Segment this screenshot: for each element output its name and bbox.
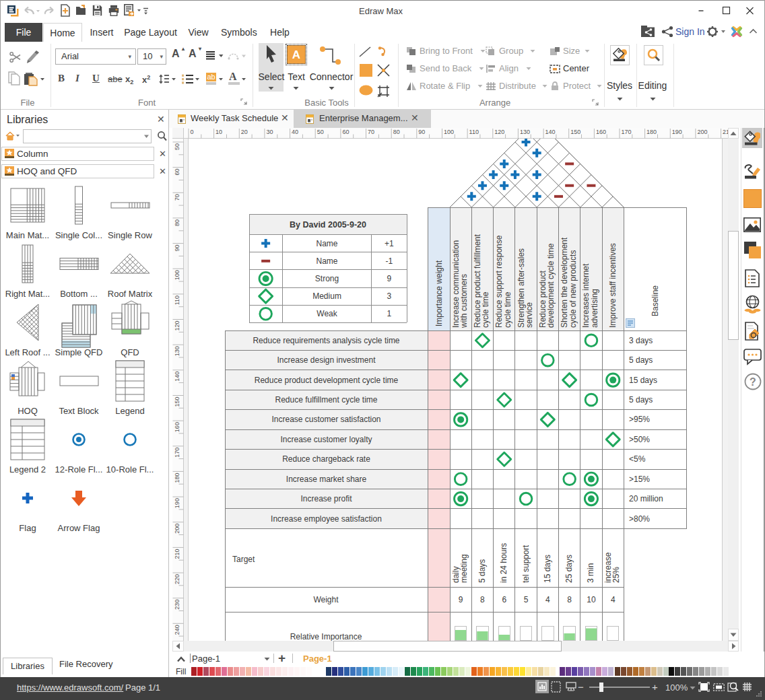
svg-text:120: 120 <box>174 321 180 331</box>
svg-text:3 min: 3 min <box>586 563 595 583</box>
svg-text:9: 9 <box>387 274 392 283</box>
svg-text:Strong: Strong <box>315 274 339 283</box>
svg-text:cycle of new products: cycle of new products <box>568 250 578 328</box>
svg-text:180: 180 <box>646 129 657 135</box>
svg-text:1: 1 <box>387 309 392 318</box>
svg-text:>80%: >80% <box>629 514 650 524</box>
svg-text:160: 160 <box>596 129 606 135</box>
svg-text:in 24 hours: in 24 hours <box>499 543 508 583</box>
svg-text:15 days: 15 days <box>629 376 657 385</box>
svg-text:110: 110 <box>174 295 180 305</box>
svg-text:210: 210 <box>174 549 180 559</box>
svg-text:Increase customer loyalty: Increase customer loyalty <box>280 435 372 444</box>
svg-text:25 days: 25 days <box>564 555 574 583</box>
svg-text:180: 180 <box>174 473 180 483</box>
svg-text:tel support: tel support <box>521 545 531 583</box>
svg-text:?: ? <box>750 376 756 388</box>
svg-text:150: 150 <box>174 397 180 407</box>
svg-text:190: 190 <box>672 129 682 135</box>
svg-text:170: 170 <box>622 129 632 135</box>
svg-text:10: 10 <box>215 129 222 135</box>
svg-text:3: 3 <box>387 291 392 301</box>
svg-text:150: 150 <box>570 129 580 135</box>
svg-text:140: 140 <box>174 372 180 382</box>
svg-text:30: 30 <box>266 129 273 135</box>
svg-text:meeting: meeting <box>459 554 469 583</box>
svg-text:8: 8 <box>480 595 485 604</box>
svg-text:0: 0 <box>191 129 194 135</box>
svg-text:20: 20 <box>241 129 248 135</box>
svg-text:220: 220 <box>174 574 180 584</box>
svg-text:70: 70 <box>174 194 180 201</box>
svg-text:50: 50 <box>317 129 324 135</box>
svg-text:80: 80 <box>393 129 400 135</box>
svg-text:100: 100 <box>174 270 180 280</box>
svg-text:-1: -1 <box>386 256 393 266</box>
svg-text:Reduce requirements analysis c: Reduce requirements analysis cycle time <box>253 336 399 345</box>
svg-text:>15%: >15% <box>629 475 650 484</box>
svg-text:Name: Name <box>317 239 338 248</box>
svg-text:cycle time: cycle time <box>481 291 490 328</box>
svg-text:advertising: advertising <box>590 289 599 328</box>
svg-text:200: 200 <box>174 524 180 534</box>
svg-text:15 days: 15 days <box>543 555 552 583</box>
svg-text:4: 4 <box>545 595 550 604</box>
svg-text:130: 130 <box>174 346 180 356</box>
svg-text:Increase employee satisfaction: Increase employee satisfaction <box>271 514 382 524</box>
svg-text:160: 160 <box>174 422 180 432</box>
svg-text:Increase design investment: Increase design investment <box>277 355 376 365</box>
svg-text:<5%: <5% <box>629 454 646 464</box>
svg-text:170: 170 <box>174 448 180 458</box>
svg-text:90: 90 <box>418 129 425 135</box>
svg-text:>95%: >95% <box>629 415 650 424</box>
svg-text:210: 210 <box>723 129 728 135</box>
svg-text:70: 70 <box>368 129 374 135</box>
svg-text:120: 120 <box>494 129 504 135</box>
svg-text:6: 6 <box>502 595 506 604</box>
svg-text:4: 4 <box>611 595 616 604</box>
svg-text:40: 40 <box>292 129 298 135</box>
svg-text:200: 200 <box>697 129 707 135</box>
svg-text:20 million: 20 million <box>629 494 663 503</box>
svg-text:Name: Name <box>317 256 338 266</box>
svg-text:Increase customer satisfaction: Increase customer satisfaction <box>271 415 380 424</box>
svg-text:>50%: >50% <box>629 435 650 444</box>
svg-text:service: service <box>525 302 534 328</box>
svg-text:Relative Importance: Relative Importance <box>290 632 362 641</box>
svg-text:Importance weight: Importance weight <box>434 260 444 326</box>
svg-text:9: 9 <box>459 595 463 604</box>
svg-text:5 days: 5 days <box>477 559 487 583</box>
svg-text:140: 140 <box>545 129 556 135</box>
svg-text:Weak: Weak <box>317 309 337 318</box>
svg-text:Reduce fulfillment cycle time: Reduce fulfillment cycle time <box>275 395 377 405</box>
svg-text:10: 10 <box>587 595 596 604</box>
svg-text:240: 240 <box>174 625 180 635</box>
svg-text:5: 5 <box>524 595 529 604</box>
svg-text:5 days: 5 days <box>629 395 653 405</box>
svg-text:Increase profit: Increase profit <box>300 494 352 503</box>
svg-text:By David 2005-9-20: By David 2005-9-20 <box>290 220 366 230</box>
svg-text:80: 80 <box>174 219 180 226</box>
svg-text:90: 90 <box>174 245 180 252</box>
svg-text:Increase market share: Increase market share <box>286 475 367 484</box>
svg-text:190: 190 <box>174 498 180 508</box>
svg-text:with customers: with customers <box>459 274 469 328</box>
svg-text:Weight: Weight <box>313 595 339 604</box>
svg-text:Reduce product development cyc: Reduce product development cycle time <box>255 376 399 385</box>
svg-text:Improve staff incentives: Improve staff incentives <box>608 243 618 328</box>
svg-text:50: 50 <box>174 143 180 150</box>
svg-text:230: 230 <box>174 600 180 610</box>
svg-text:Target: Target <box>232 555 255 564</box>
svg-text:Medium: Medium <box>312 291 341 301</box>
svg-text:110: 110 <box>469 129 479 135</box>
svg-text:3 days: 3 days <box>629 336 653 345</box>
svg-text:8: 8 <box>567 595 572 604</box>
svg-text:25%: 25% <box>611 567 621 583</box>
svg-text:130: 130 <box>520 129 530 135</box>
svg-text:development cycle time: development cycle time <box>546 243 556 328</box>
svg-text:100: 100 <box>444 129 454 135</box>
svg-text:60: 60 <box>342 129 349 135</box>
svg-text:cycle time: cycle time <box>503 291 512 328</box>
svg-text:5 days: 5 days <box>629 355 653 365</box>
svg-text:Baseline: Baseline <box>651 285 660 316</box>
